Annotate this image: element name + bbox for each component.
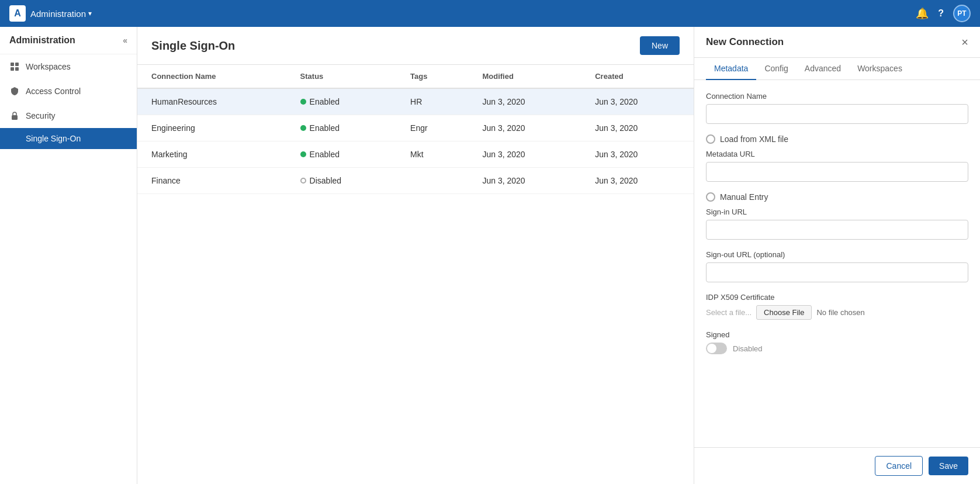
nav-left: A Administration ▾ — [9, 5, 92, 22]
metadata-url-label: Metadata URL — [706, 150, 968, 158]
svg-rect-2 — [11, 67, 14, 71]
signout-url-input[interactable] — [706, 262, 968, 282]
col-tags: Tags — [396, 65, 468, 88]
sidebar-item-access-control[interactable]: Access Control — [0, 79, 137, 103]
main-layout: Administration « Workspaces Access Contr… — [0, 27, 980, 484]
svg-rect-1 — [15, 63, 19, 66]
signout-url-label: Sign-out URL (optional) — [706, 250, 968, 259]
cell-tags: Mkt — [396, 141, 468, 168]
sidebar-item-single-sign-on[interactable]: Single Sign-On — [0, 128, 137, 149]
panel-body: Connection Name Load from XML file Metad… — [694, 80, 980, 447]
tab-metadata[interactable]: Metadata — [706, 58, 756, 80]
main-header: Single Sign-On New — [137, 27, 694, 65]
table-header-row: Connection Name Status Tags Modified Cre… — [137, 65, 694, 88]
new-connection-panel: New Connection × Metadata Config Advance… — [694, 27, 980, 484]
cell-created: Jun 3, 2020 — [581, 115, 694, 141]
cancel-button[interactable]: Cancel — [875, 456, 923, 476]
signout-url-group: Sign-out URL (optional) — [706, 250, 968, 282]
signin-url-input[interactable] — [706, 220, 968, 240]
nav-right: 🔔 ? PT — [916, 5, 971, 22]
title-chevron: ▾ — [88, 9, 92, 18]
connection-table-container: Connection Name Status Tags Modified Cre… — [137, 65, 694, 484]
cell-modified: Jun 3, 2020 — [468, 141, 581, 168]
load-from-xml-label: Load from XML file — [720, 134, 788, 144]
table-row[interactable]: MarketingEnabledMktJun 3, 2020Jun 3, 202… — [137, 141, 694, 168]
status-badge: Disabled — [310, 176, 341, 185]
lock-icon — [9, 110, 20, 121]
help-icon[interactable]: ? — [938, 8, 944, 19]
new-button[interactable]: New — [640, 36, 680, 55]
no-file-text: No file chosen — [816, 308, 864, 317]
connection-name-input[interactable] — [706, 104, 968, 124]
shield-icon — [9, 86, 20, 96]
file-row: Select a file... Choose File No file cho… — [706, 305, 968, 320]
svg-rect-3 — [15, 67, 19, 71]
user-avatar[interactable]: PT — [953, 5, 971, 22]
tab-config[interactable]: Config — [756, 58, 796, 80]
col-created: Created — [581, 65, 694, 88]
toggle-row: Disabled — [706, 343, 968, 354]
tab-workspaces[interactable]: Workspaces — [849, 58, 910, 80]
panel-footer: Cancel Save — [694, 447, 980, 484]
status-dot-enabled — [300, 151, 306, 157]
sidebar-item-access-control-label: Access Control — [26, 87, 81, 96]
sidebar-header: Administration « — [0, 27, 137, 54]
app-title[interactable]: Administration ▾ — [30, 9, 92, 19]
toggle-knob — [707, 344, 716, 353]
grid-icon — [9, 61, 20, 72]
svg-rect-0 — [11, 63, 14, 66]
cell-modified: Jun 3, 2020 — [468, 88, 581, 115]
status-dot-enabled — [300, 125, 306, 131]
signed-label: Signed — [706, 330, 968, 339]
cell-connection-name: Marketing — [137, 141, 286, 168]
sidebar-item-security[interactable]: Security — [0, 103, 137, 128]
status-badge: Enabled — [310, 97, 340, 106]
sidebar-collapse-button[interactable]: « — [123, 36, 127, 45]
connection-table: Connection Name Status Tags Modified Cre… — [137, 65, 694, 194]
table-row[interactable]: HumanResourcesEnabledHRJun 3, 2020Jun 3,… — [137, 88, 694, 115]
status-dot-enabled — [300, 99, 306, 105]
cell-tags: HR — [396, 88, 468, 115]
signed-group: Signed Disabled — [706, 330, 968, 354]
tab-advanced[interactable]: Advanced — [797, 58, 849, 80]
cell-created: Jun 3, 2020 — [581, 168, 694, 194]
status-badge: Enabled — [310, 123, 340, 133]
metadata-url-group: Metadata URL — [706, 150, 968, 182]
cell-modified: Jun 3, 2020 — [468, 115, 581, 141]
connection-name-group: Connection Name — [706, 92, 968, 124]
panel-title: New Connection — [706, 36, 784, 48]
cell-connection-name: Engineering — [137, 115, 286, 141]
cell-status: Disabled — [286, 168, 396, 194]
panel-header: New Connection × — [694, 27, 980, 58]
manual-entry-label: Manual Entry — [720, 192, 768, 202]
svg-rect-4 — [12, 115, 18, 120]
cell-connection-name: HumanResources — [137, 88, 286, 115]
cell-connection-name: Finance — [137, 168, 286, 194]
signed-toggle[interactable] — [706, 343, 727, 354]
col-status: Status — [286, 65, 396, 88]
load-from-xml-radio-row[interactable]: Load from XML file — [706, 134, 968, 144]
status-dot-disabled — [300, 178, 306, 184]
metadata-url-input[interactable] — [706, 162, 968, 182]
load-from-xml-radio[interactable] — [706, 134, 715, 144]
sidebar-item-workspaces[interactable]: Workspaces — [0, 54, 137, 79]
cell-tags — [396, 168, 468, 194]
signin-url-group: Sign-in URL — [706, 208, 968, 240]
top-nav: A Administration ▾ 🔔 ? PT — [0, 0, 980, 27]
manual-entry-radio-row[interactable]: Manual Entry — [706, 192, 968, 202]
save-button[interactable]: Save — [929, 457, 968, 475]
connection-name-label: Connection Name — [706, 92, 968, 101]
panel-tabs: Metadata Config Advanced Workspaces — [694, 58, 980, 80]
panel-close-button[interactable]: × — [961, 36, 968, 48]
table-row[interactable]: EngineeringEnabledEngrJun 3, 2020Jun 3, … — [137, 115, 694, 141]
toggle-status-label: Disabled — [733, 344, 763, 353]
app-logo[interactable]: A — [9, 5, 26, 22]
table-row[interactable]: FinanceDisabledJun 3, 2020Jun 3, 2020 — [137, 168, 694, 194]
status-badge: Enabled — [310, 150, 340, 159]
sidebar-title: Administration — [9, 35, 75, 46]
manual-entry-radio[interactable] — [706, 192, 715, 202]
cell-modified: Jun 3, 2020 — [468, 168, 581, 194]
choose-file-button[interactable]: Choose File — [756, 305, 812, 320]
bell-icon[interactable]: 🔔 — [916, 7, 929, 20]
cell-status: Enabled — [286, 115, 396, 141]
